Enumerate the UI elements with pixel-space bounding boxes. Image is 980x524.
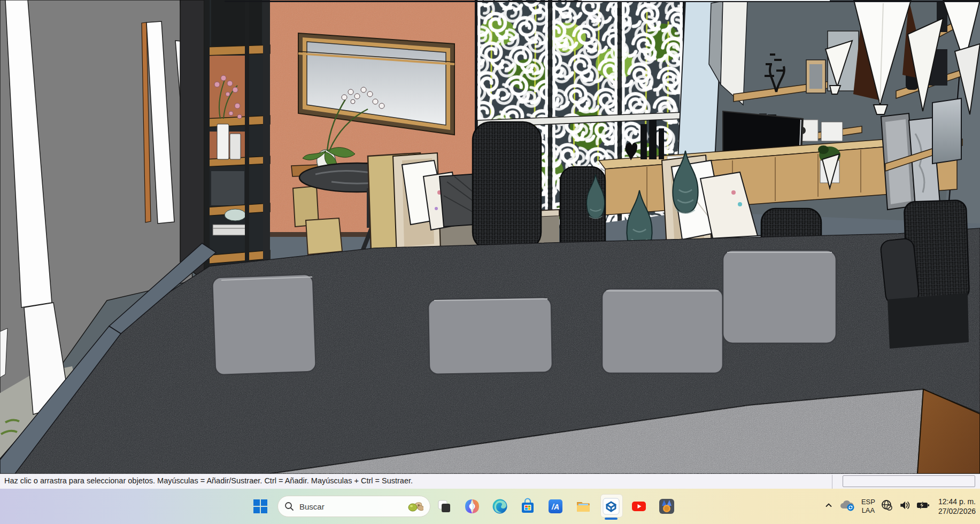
language-line2: LAA (861, 506, 875, 515)
tray-date: 27/02/2026 (938, 506, 976, 516)
windows-logo-icon (253, 499, 267, 513)
edge-browser-icon[interactable] (486, 492, 514, 520)
tray-time: 12:44 p. m. (938, 497, 976, 506)
glass-bowl (225, 209, 246, 221)
tan-chair-left (306, 218, 342, 255)
stacked-windows-icon[interactable] (430, 492, 458, 520)
slash-a-app-icon[interactable]: /A (542, 492, 569, 520)
active-app-indicator (605, 518, 618, 520)
white-vase (217, 124, 229, 159)
books (213, 225, 247, 235)
dark-bottle (641, 124, 647, 159)
clock[interactable]: 12:44 p. m. 27/02/2026 (938, 497, 976, 516)
olives-emoji-icon (407, 500, 423, 513)
system-tray: ESP LAA (824, 489, 976, 524)
chevron-up-icon (824, 500, 834, 510)
shelving-unit (180, 0, 270, 281)
hidden-icons-button[interactable] (824, 500, 834, 512)
sketchup-icon[interactable] (597, 492, 625, 520)
status-bar: Haz clic o arrastra para seleccionar obj… (0, 474, 980, 489)
network-tray-button[interactable] (881, 499, 893, 513)
slash-a-glyph: /A (551, 503, 559, 511)
speaker-icon (899, 499, 910, 511)
search-placeholder: Buscar (299, 502, 407, 511)
metal-frame (932, 98, 961, 164)
sketchup-viewport[interactable] (0, 0, 980, 474)
copilot-icon[interactable] (458, 492, 486, 520)
onedrive-tray-button[interactable] (839, 499, 855, 514)
language-line1: ESP (861, 498, 875, 506)
microsoft-store-icon[interactable] (514, 492, 542, 520)
battery-charging-icon (916, 500, 930, 511)
onedrive-sync-icon (839, 499, 855, 512)
magnifier-icon (284, 502, 294, 511)
white-frame (821, 122, 843, 141)
status-message: Haz clic o arrastra para seleccionar obj… (4, 476, 413, 485)
language-indicator[interactable]: ESP LAA (861, 498, 875, 515)
search-box[interactable]: Buscar (277, 496, 430, 517)
viewport-canvas[interactable] (0, 0, 980, 474)
taskbar: Buscar (0, 489, 980, 524)
globe-no-internet-icon (881, 499, 893, 511)
file-explorer-icon[interactable] (569, 492, 597, 520)
white-vase-2 (230, 134, 241, 159)
start-button[interactable] (249, 495, 272, 518)
game-medal-icon[interactable] (653, 492, 681, 520)
status-divider (832, 475, 832, 489)
volume-tray-button[interactable] (899, 499, 910, 513)
desktop-screen: Haz clic o arrastra para seleccionar obj… (0, 0, 980, 524)
battery-tray-button[interactable] (916, 500, 930, 513)
youtube-icon[interactable] (625, 492, 653, 520)
measurements-box[interactable] (843, 475, 975, 487)
